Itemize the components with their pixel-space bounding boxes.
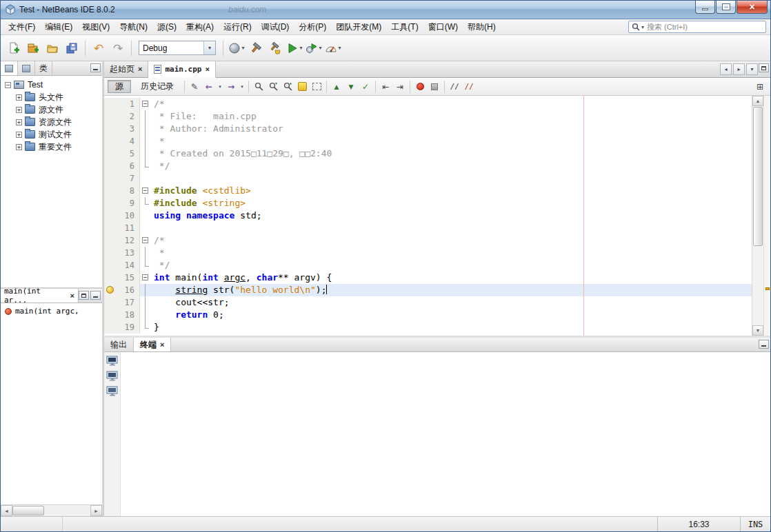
- terminal-content[interactable]: [121, 352, 770, 516]
- scroll-right-icon[interactable]: ►: [90, 505, 102, 516]
- menu-item[interactable]: 工具(T): [386, 19, 423, 35]
- sidebar-tab-projects[interactable]: [1, 61, 18, 75]
- fix-code-button[interactable]: ✓: [359, 80, 372, 94]
- editor-vertical-scrollbar[interactable]: ▲ ▼: [752, 96, 763, 336]
- profile-project-button[interactable]: ▾: [324, 39, 342, 57]
- tree-node[interactable]: −Test: [2, 79, 102, 91]
- expand-icon[interactable]: +: [16, 107, 22, 113]
- configuration-combo[interactable]: Debug ▾: [139, 41, 216, 55]
- line-gutter[interactable]: 15: [104, 272, 140, 284]
- code-line[interactable]: 11: [104, 222, 752, 234]
- forward-button[interactable]: →: [224, 80, 238, 94]
- profile-dropdown-icon[interactable]: ▾: [338, 45, 341, 51]
- menu-item[interactable]: 视图(V): [77, 19, 114, 35]
- maximize-button[interactable]: [716, 1, 736, 14]
- uncomment-button[interactable]: //: [462, 80, 476, 94]
- code-text[interactable]: [152, 172, 752, 185]
- scroll-tabs-right-button[interactable]: ▸: [733, 63, 745, 75]
- tree-node[interactable]: +测试文件: [2, 128, 102, 141]
- scroll-up-button[interactable]: ▲: [752, 96, 763, 106]
- output-minimize-button[interactable]: [759, 340, 769, 349]
- code-text[interactable]: */: [152, 259, 752, 272]
- tree-node[interactable]: +源文件: [2, 103, 102, 116]
- menu-item[interactable]: 调试(D): [257, 19, 294, 35]
- collapse-icon[interactable]: −: [5, 82, 11, 88]
- memory-button[interactable]: ▾: [228, 39, 246, 57]
- fold-collapse-icon[interactable]: −: [142, 274, 148, 280]
- code-text[interactable]: int main(int argc, char** argv) {: [152, 272, 752, 284]
- menu-item[interactable]: 运行(R): [219, 19, 257, 35]
- scroll-down-button[interactable]: ▼: [752, 325, 763, 336]
- debug-project-button[interactable]: ▾: [305, 39, 323, 57]
- fold-margin[interactable]: −: [140, 272, 152, 284]
- forward-dropdown[interactable]: ▾: [239, 80, 246, 94]
- save-all-button[interactable]: [63, 39, 81, 57]
- tab-main-cpp[interactable]: main.cpp ×: [148, 61, 216, 78]
- code-text[interactable]: */: [152, 160, 752, 172]
- scrollbar-track[interactable]: [752, 247, 763, 325]
- comment-button[interactable]: //: [448, 80, 461, 94]
- code-line[interactable]: 18 return 0;: [104, 309, 752, 321]
- minimize-button[interactable]: [695, 1, 715, 14]
- navigator-maximize-button[interactable]: [79, 291, 89, 300]
- menu-item[interactable]: 帮助(H): [463, 19, 501, 35]
- line-gutter[interactable]: 4: [104, 135, 140, 147]
- tab-start-page[interactable]: 起始页 ×: [104, 61, 148, 77]
- expand-icon[interactable]: +: [16, 119, 22, 125]
- code-line[interactable]: 6 */: [104, 160, 752, 172]
- back-dropdown[interactable]: ▾: [217, 80, 223, 94]
- code-text[interactable]: *: [152, 135, 752, 147]
- scroll-tabs-left-button[interactable]: ◂: [720, 63, 732, 75]
- line-gutter[interactable]: 8: [104, 185, 140, 197]
- build-project-button[interactable]: [247, 39, 265, 57]
- history-view-button[interactable]: 历史记录: [133, 80, 181, 93]
- editor-maximize-button[interactable]: [759, 63, 769, 72]
- source-view-button[interactable]: 源: [108, 80, 131, 93]
- code-line[interactable]: 12−/*: [104, 234, 752, 247]
- code-text[interactable]: * File: main.cpp: [152, 110, 752, 123]
- code-line[interactable]: 3 * Author: Administrator: [104, 123, 752, 135]
- menu-item[interactable]: 源(S): [152, 19, 181, 35]
- find-next-button[interactable]: [266, 80, 280, 94]
- code-text[interactable]: *: [152, 247, 752, 259]
- code-line[interactable]: 2 * File: main.cpp: [104, 110, 752, 123]
- fold-collapse-icon[interactable]: −: [142, 187, 148, 194]
- search-dropdown-icon[interactable]: ▾: [641, 24, 644, 30]
- stop-macro-recording-button[interactable]: [428, 80, 441, 94]
- sidebar-tab-classes[interactable]: 类: [35, 61, 52, 75]
- error-stripe[interactable]: [763, 96, 770, 336]
- code-text[interactable]: #include <cstdlib>: [152, 185, 752, 197]
- new-file-button[interactable]: [5, 39, 23, 57]
- close-tab-icon[interactable]: ×: [160, 341, 164, 349]
- fold-margin[interactable]: −: [140, 98, 152, 110]
- quick-search-box[interactable]: ▾ 搜索 (Ctrl+I): [628, 21, 766, 33]
- menu-item[interactable]: 导航(N): [114, 19, 152, 35]
- warning-mark-icon[interactable]: [765, 287, 770, 290]
- line-gutter[interactable]: 9: [104, 197, 140, 209]
- navigator-tab[interactable]: main(int ar... ×: [1, 289, 79, 303]
- monitor-icon-3[interactable]: [106, 386, 119, 397]
- code-line[interactable]: 17 cout<<str;: [104, 296, 752, 309]
- redo-button[interactable]: ↷: [109, 39, 127, 57]
- tree-node[interactable]: +头文件: [2, 91, 102, 103]
- scrollbar-thumb[interactable]: [753, 107, 763, 246]
- fold-collapse-icon[interactable]: −: [142, 237, 148, 243]
- navigator-item[interactable]: main(int argc,: [2, 305, 101, 317]
- expand-icon[interactable]: +: [16, 132, 22, 138]
- new-project-button[interactable]: [24, 39, 42, 57]
- code-line[interactable]: 13 *: [104, 247, 752, 259]
- hint-lightbulb-icon[interactable]: [106, 286, 114, 294]
- code-line[interactable]: 4 *: [104, 135, 752, 147]
- line-gutter[interactable]: 5: [104, 147, 140, 160]
- monitor-icon-2[interactable]: [106, 371, 119, 382]
- open-project-button[interactable]: [43, 39, 61, 57]
- close-button[interactable]: ×: [737, 1, 768, 14]
- line-gutter[interactable]: 1: [104, 98, 140, 110]
- code-line[interactable]: 16 string str("hello world\n");: [104, 284, 752, 296]
- code-line[interactable]: 9#include <string>: [104, 197, 752, 209]
- code-line[interactable]: 10using namespace std;: [104, 209, 752, 222]
- fold-margin[interactable]: −: [140, 234, 152, 247]
- toggle-highlight-button[interactable]: [295, 80, 309, 94]
- tab-terminal[interactable]: 终端 ×: [134, 338, 171, 351]
- scrollbar-track[interactable]: [44, 505, 90, 516]
